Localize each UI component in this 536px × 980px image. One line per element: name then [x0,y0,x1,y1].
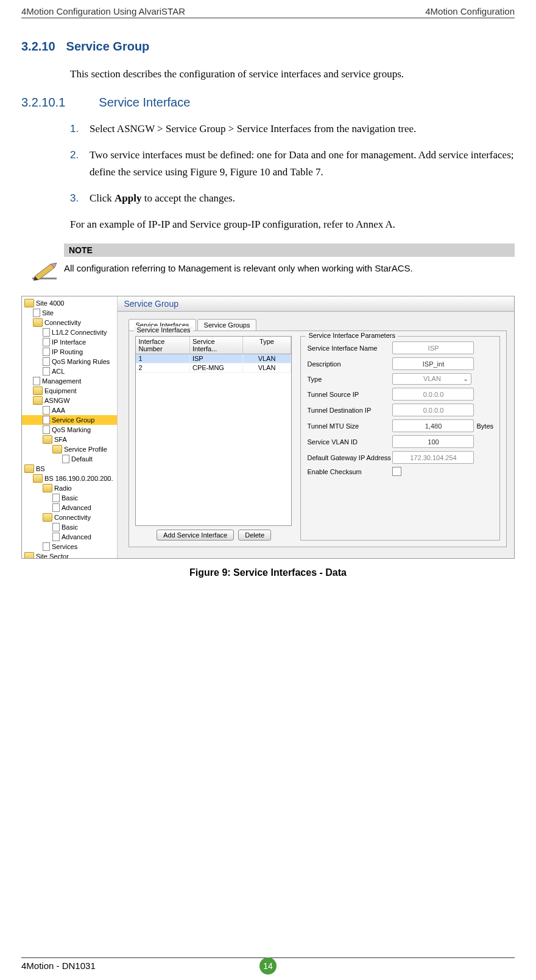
subsection-number: 3.2.10.1 [21,96,65,109]
tree-acl[interactable]: ACL [22,366,117,376]
page-footer: 4Motion - DN1031 14 [21,957,515,971]
tree-site-sector[interactable]: Site Sector [22,551,117,558]
table-row[interactable]: 2 CPE-MNG VLAN [136,363,291,373]
description-input[interactable] [392,357,474,370]
tree-qos-rules[interactable]: QoS Marking Rules [22,357,117,366]
section-title: Service Group [66,40,150,53]
section-number: 3.2.10 [21,40,55,53]
content-pane: Service Group Service Interfaces Service… [118,296,514,558]
add-service-interface-button[interactable]: Add Service Interface [157,530,234,541]
tree-sfa[interactable]: SFA [22,435,117,444]
document-icon [43,348,50,356]
document-icon [52,494,60,502]
tree-qos-marking[interactable]: QoS Marking [22,425,117,435]
service-interface-table[interactable]: Interface Number Service Interfa... Type… [135,336,292,526]
document-icon [52,523,60,531]
screenshot-figure: Site 4000 Site Connectivity L1/L2 Connec… [21,296,515,559]
step-text-post: to accept the changes. [142,192,235,204]
step-text: Two service interfaces must be defined: … [90,149,513,177]
table-row[interactable]: 1 ISP VLAN [136,354,291,363]
apply-keyword: Apply [115,192,141,204]
section-intro: This section describes the configuration… [70,66,515,82]
page-header: 4Motion Configuration Using AlvariSTAR 4… [21,6,515,18]
document-icon [33,309,40,317]
parameters-fieldset: Service Interface Parameters Service Int… [300,336,500,541]
name-label: Service Interface Name [307,345,392,352]
folder-icon [33,387,43,395]
vlan-label: Service VLAN ID [307,438,392,446]
tree-services[interactable]: Services [22,542,117,551]
col-service-interface[interactable]: Service Interfa... [190,337,243,354]
col-type[interactable]: Type [243,337,292,354]
step-number: 1. [70,121,79,137]
name-input[interactable] [392,341,474,354]
tree-l1l2[interactable]: L1/L2 Connectivity [22,327,117,337]
folder-icon [43,484,52,492]
step-text-pre: Click [90,192,115,204]
button-row: Add Service Interface Delete [135,530,292,541]
content-title: Service Group [118,296,514,312]
tunnel-dst-input[interactable] [392,404,474,416]
col-interface-number[interactable]: Interface Number [136,337,189,354]
step-number: 2. [70,147,79,163]
tree-basic[interactable]: Basic [22,493,117,503]
page-number-badge: 14 [259,957,277,975]
description-label: Description [307,360,392,368]
vlan-input[interactable] [392,435,474,448]
tree-connectivity[interactable]: Connectivity [22,318,117,327]
folder-icon [24,464,34,473]
folder-icon [33,396,43,405]
tree-asngw[interactable]: ASNGW [22,396,117,405]
folder-icon [33,474,43,483]
tree-ip-interface[interactable]: IP Interface [22,337,117,347]
figure-caption: Figure 9: Service Interfaces - Data [21,567,515,578]
tree-bs-ip[interactable]: BS 186.190.0.200.200. [22,474,117,483]
tree-management[interactable]: Management [22,376,117,386]
checksum-checkbox[interactable] [392,467,401,476]
tree-bs[interactable]: BS [22,464,117,474]
step-3: 3. Click Apply to accept the changes. [70,190,515,206]
folder-icon [33,318,43,327]
step-2: 2. Two service interfaces must be define… [70,147,515,180]
header-right: 4Motion Configuration [425,6,515,16]
document-icon [43,328,50,337]
tree-service-group[interactable]: Service Group [22,415,117,425]
tree-connectivity-2[interactable]: Connectivity [22,513,117,522]
tree-advanced[interactable]: Advanced [22,503,117,513]
tree-equipment[interactable]: Equipment [22,386,117,396]
tree-site-4000[interactable]: Site 4000 [22,298,117,308]
tunnel-src-input[interactable] [392,388,474,401]
note-label: NOTE [64,243,515,257]
type-label: Type [307,376,392,383]
table-header: Interface Number Service Interfa... Type [136,337,291,354]
navigation-tree[interactable]: Site 4000 Site Connectivity L1/L2 Connec… [22,296,118,558]
step-number: 3. [70,190,79,206]
tree-aaa[interactable]: AAA [22,405,117,415]
footer-left: 4Motion - DN1031 [21,961,96,971]
mtu-unit: Bytes [476,422,493,430]
tree-ip-routing[interactable]: IP Routing [22,347,117,357]
header-left: 4Motion Configuration Using AlvariSTAR [21,6,185,16]
service-interfaces-fieldset: Service Interfaces Interface Number Serv… [129,331,507,547]
tree-service-profile[interactable]: Service Profile [22,444,117,454]
tab-service-groups[interactable]: Service Groups [197,319,257,331]
tunnel-src-label: Tunnel Source IP [307,391,392,398]
step-text: Select ASNGW > Service Group > Service I… [90,123,416,135]
delete-button[interactable]: Delete [238,530,271,541]
gateway-input[interactable] [392,451,474,464]
step-list: 1. Select ASNGW > Service Group > Servic… [70,121,515,206]
tree-default[interactable]: Default [22,454,117,464]
document-icon [43,425,50,434]
tree-radio[interactable]: Radio [22,483,117,493]
tree-advanced-2[interactable]: Advanced [22,532,117,542]
mtu-input[interactable] [392,419,474,432]
tree-site[interactable]: Site [22,308,117,318]
type-select[interactable]: VLAN [392,373,471,385]
folder-icon [43,513,52,522]
document-icon [52,503,60,512]
document-icon [43,357,50,366]
document-icon [43,542,50,551]
note-pencil-icon [27,261,61,284]
document-icon [33,377,40,385]
tree-basic-2[interactable]: Basic [22,522,117,532]
